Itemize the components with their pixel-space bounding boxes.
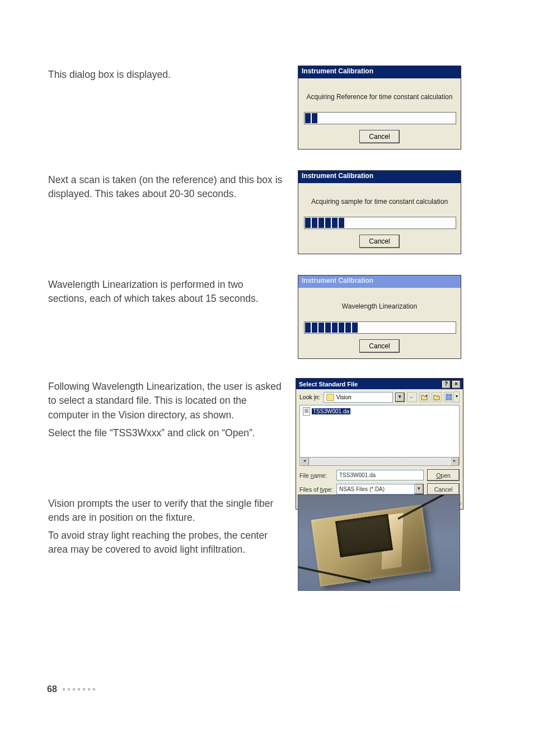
back-icon[interactable]: ← xyxy=(407,392,417,402)
paragraph-3: Wavelength Linearization is performed in… xyxy=(48,278,283,306)
dialog2-title: Instrument Calibration xyxy=(298,171,461,183)
cancel-button[interactable]: Cancel xyxy=(427,483,460,495)
progress-segment xyxy=(305,323,311,333)
lookin-folder-select[interactable]: Vision xyxy=(324,392,393,403)
progress-segment xyxy=(345,323,351,333)
progress-segment xyxy=(325,218,331,228)
dialog-wavelength-linearization: Instrument Calibration Wavelength Linear… xyxy=(298,275,461,359)
scroll-right-icon[interactable]: ▸ xyxy=(450,458,459,465)
dialog3-title: Instrument Calibration xyxy=(298,276,461,288)
scroll-track[interactable] xyxy=(309,458,450,465)
progress-segment xyxy=(318,323,324,333)
lookin-folder-name: Vision xyxy=(336,394,352,400)
svg-rect-2 xyxy=(446,398,448,400)
file-dialog-title: Select Standard File xyxy=(299,381,358,388)
progress-segment xyxy=(339,218,344,228)
dialog1-message: Acquiring Reference for time constant ca… xyxy=(304,93,455,101)
paragraph-1: This dialog box is displayed. xyxy=(48,68,283,82)
dialog2-progress xyxy=(304,217,456,229)
dialog2-message: Acquiring sample for time constant calcu… xyxy=(304,198,455,206)
folder-icon xyxy=(326,394,334,401)
paragraph-5: Select the file “TSS3Wxxx” and click on … xyxy=(48,426,283,440)
page: This dialog box is displayed. Next a sca… xyxy=(0,0,534,756)
paragraph-2: Next a scan is taken (on the reference) … xyxy=(48,173,283,202)
file-dialog: Select Standard File ? × Look in: Vision… xyxy=(296,378,463,510)
progress-segment xyxy=(312,218,317,228)
file-dialog-toolbar: Look in: Vision ▾ ← ▾ xyxy=(296,389,463,405)
scroll-left-icon[interactable]: ◂ xyxy=(300,458,309,465)
open-button[interactable]: Open xyxy=(427,469,460,481)
progress-segment xyxy=(305,218,311,228)
dialog1-title: Instrument Calibration xyxy=(298,66,461,78)
progress-segment xyxy=(332,323,338,333)
document-icon xyxy=(303,407,310,416)
lookin-label: Look in: xyxy=(299,394,320,400)
progress-segment xyxy=(325,323,331,333)
file-name-input[interactable]: TSS3W001.da xyxy=(336,470,424,480)
chevron-down-icon[interactable]: ▾ xyxy=(415,484,424,494)
file-type-label: Files of type: xyxy=(299,486,333,493)
progress-segment xyxy=(305,113,311,123)
file-item-label: TSS3W001.da xyxy=(312,408,350,414)
close-icon[interactable]: × xyxy=(452,380,461,389)
help-icon[interactable]: ? xyxy=(442,380,451,389)
dialog1-cancel-button[interactable]: Cancel xyxy=(359,130,400,143)
fixture-slot xyxy=(335,514,393,558)
dialog2-cancel-button[interactable]: Cancel xyxy=(359,235,400,248)
dialog-calibration-reference: Instrument Calibration Acquiring Referen… xyxy=(298,66,461,150)
progress-segment xyxy=(312,113,317,123)
progress-segment xyxy=(352,323,358,333)
chevron-down-icon: ▾ xyxy=(454,391,460,403)
file-type-select[interactable]: NSAS Files (*.DA) xyxy=(336,484,415,494)
views-icon xyxy=(444,392,454,402)
progress-segment xyxy=(318,218,324,228)
dialog3-content: Wavelength Linearization Cancel xyxy=(298,288,461,358)
svg-rect-3 xyxy=(449,398,452,400)
progress-segment xyxy=(332,218,338,228)
svg-rect-0 xyxy=(446,394,448,396)
file-item[interactable]: TSS3W001.da xyxy=(301,407,352,416)
dialog3-message: Wavelength Linearization xyxy=(304,302,455,310)
page-number-value: 68 xyxy=(47,684,57,694)
file-list-scrollbar[interactable]: ◂ ▸ xyxy=(299,458,460,466)
dialog3-progress xyxy=(304,321,456,334)
dialog2-content: Acquiring sample for time constant calcu… xyxy=(298,183,461,254)
paragraph-4: Following Wavelength Linearization, the … xyxy=(48,380,283,422)
fixture-photo xyxy=(298,494,460,591)
new-folder-icon[interactable] xyxy=(432,392,442,402)
dialog3-cancel-button[interactable]: Cancel xyxy=(359,339,400,353)
progress-segment xyxy=(339,323,344,333)
chevron-down-icon[interactable]: ▾ xyxy=(395,393,405,402)
dialog1-progress xyxy=(304,112,456,124)
dialog-calibration-sample: Instrument Calibration Acquiring sample … xyxy=(298,170,461,254)
page-number-dots xyxy=(63,688,95,690)
up-one-level-icon[interactable] xyxy=(419,392,429,402)
paragraph-7: To avoid stray light reaching the probes… xyxy=(48,529,283,557)
page-number: 68 xyxy=(47,684,95,694)
file-dialog-titlebar: Select Standard File ? × xyxy=(296,379,463,389)
paragraph-6: Vision prompts the user to verify that t… xyxy=(48,497,283,525)
dialog1-content: Acquiring Reference for time constant ca… xyxy=(298,78,461,149)
file-list[interactable]: TSS3W001.da xyxy=(299,405,460,458)
svg-rect-1 xyxy=(449,394,452,396)
progress-segment xyxy=(312,323,317,333)
file-name-label: File name: xyxy=(299,472,333,479)
views-button[interactable]: ▾ xyxy=(444,391,460,403)
